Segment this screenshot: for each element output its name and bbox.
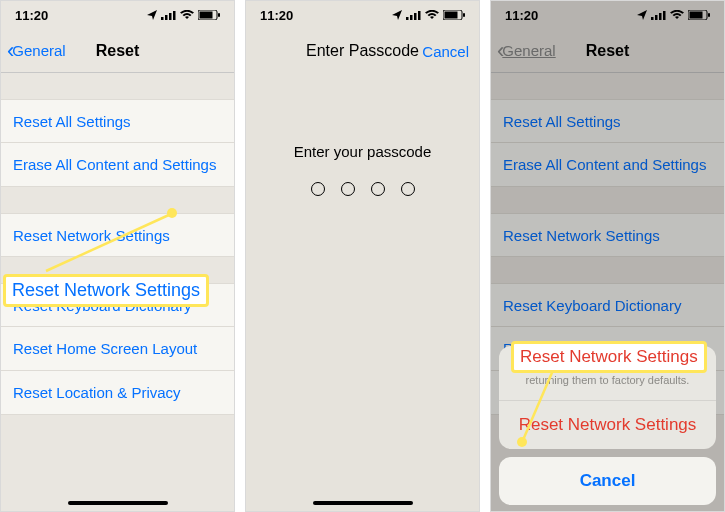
status-icons — [147, 10, 220, 20]
row-label: Reset Network Settings — [503, 227, 660, 244]
svg-rect-20 — [690, 12, 703, 19]
passcode-dot — [341, 182, 355, 196]
home-indicator[interactable] — [68, 501, 168, 505]
status-time: 11:20 — [260, 8, 293, 23]
nav-bar: ‹ General Reset — [491, 29, 724, 73]
wifi-icon — [180, 10, 194, 20]
passcode-dot — [371, 182, 385, 196]
wifi-icon — [425, 10, 439, 20]
cancel-button[interactable]: Cancel — [422, 43, 469, 60]
svg-rect-6 — [218, 13, 220, 17]
row-label: Erase All Content and Settings — [13, 156, 216, 173]
row-label: Reset Home Screen Layout — [13, 340, 197, 357]
svg-rect-16 — [655, 15, 658, 20]
status-bar: 11:20 — [246, 1, 479, 29]
row-label: Erase All Content and Settings — [503, 156, 706, 173]
location-icon — [637, 10, 647, 20]
svg-rect-10 — [414, 13, 417, 20]
battery-icon — [688, 10, 710, 20]
passcode-dot — [401, 182, 415, 196]
home-indicator[interactable] — [313, 501, 413, 505]
svg-rect-0 — [161, 17, 164, 20]
annotation-marker — [167, 208, 177, 218]
signal-icon — [651, 10, 666, 20]
back-label: General — [502, 42, 555, 59]
passcode-dots[interactable] — [246, 182, 479, 196]
passcode-area: Enter your passcode — [246, 143, 479, 196]
list-group-1: Reset All Settings Erase All Content and… — [1, 99, 234, 187]
screen-reset-confirm: 11:20 ‹ General Reset Reset All Settings… — [490, 0, 725, 512]
svg-rect-11 — [418, 11, 421, 20]
status-time: 11:20 — [15, 8, 48, 23]
svg-rect-2 — [169, 13, 172, 20]
annotation-marker — [517, 437, 527, 447]
reset-keyboard-dictionary-button: Reset Keyboard Dictionary — [491, 283, 724, 327]
battery-icon — [198, 10, 220, 20]
svg-rect-15 — [651, 17, 654, 20]
row-label: Reset Network Settings — [13, 227, 170, 244]
reset-all-settings-button: Reset All Settings — [491, 99, 724, 143]
erase-all-button: Erase All Content and Settings — [491, 143, 724, 187]
back-button[interactable]: ‹ General — [7, 40, 66, 62]
list-group-2: Reset Network Settings — [491, 213, 724, 257]
page-title: Enter Passcode — [306, 42, 419, 60]
row-label: Reset Keyboard Dictionary — [503, 297, 681, 314]
list-group-2: Reset Network Settings — [1, 213, 234, 257]
status-time: 11:20 — [505, 8, 538, 23]
reset-network-settings-button[interactable]: Reset Network Settings — [1, 213, 234, 257]
back-label: General — [12, 42, 65, 59]
svg-rect-17 — [659, 13, 662, 20]
svg-rect-9 — [410, 15, 413, 20]
annotation-callout: Reset Network Settings — [3, 274, 209, 307]
erase-all-button[interactable]: Erase All Content and Settings — [1, 143, 234, 187]
row-label: Reset Location & Privacy — [13, 384, 181, 401]
row-label: Reset All Settings — [13, 113, 131, 130]
nav-bar: Enter Passcode Cancel — [246, 29, 479, 73]
back-button: ‹ General — [497, 40, 556, 62]
page-title: Reset — [586, 42, 630, 60]
wifi-icon — [670, 10, 684, 20]
svg-rect-18 — [663, 11, 666, 20]
annotation-callout: Reset Network Settings — [511, 341, 707, 373]
svg-rect-13 — [445, 12, 458, 19]
svg-rect-14 — [463, 13, 465, 17]
list-group-1: Reset All Settings Erase All Content and… — [491, 99, 724, 187]
signal-icon — [406, 10, 421, 20]
svg-rect-1 — [165, 15, 168, 20]
nav-bar: ‹ General Reset — [1, 29, 234, 73]
action-sheet-cancel-button[interactable]: Cancel — [499, 457, 716, 505]
passcode-prompt: Enter your passcode — [246, 143, 479, 160]
status-bar: 11:20 — [491, 1, 724, 29]
passcode-dot — [311, 182, 325, 196]
battery-icon — [443, 10, 465, 20]
signal-icon — [161, 10, 176, 20]
status-icons — [637, 10, 710, 20]
svg-rect-3 — [173, 11, 176, 20]
location-icon — [392, 10, 402, 20]
svg-rect-5 — [200, 12, 213, 19]
location-icon — [147, 10, 157, 20]
reset-all-settings-button[interactable]: Reset All Settings — [1, 99, 234, 143]
svg-rect-8 — [406, 17, 409, 20]
screen-reset-settings: 11:20 ‹ General Reset Reset All Settings… — [0, 0, 235, 512]
reset-network-settings-button: Reset Network Settings — [491, 213, 724, 257]
screen-enter-passcode: 11:20 Enter Passcode Cancel Enter your p… — [245, 0, 480, 512]
reset-location-privacy-button[interactable]: Reset Location & Privacy — [1, 371, 234, 415]
svg-rect-21 — [708, 13, 710, 17]
status-bar: 11:20 — [1, 1, 234, 29]
row-label: Reset All Settings — [503, 113, 621, 130]
status-icons — [392, 10, 465, 20]
reset-home-screen-button[interactable]: Reset Home Screen Layout — [1, 327, 234, 371]
confirm-reset-network-button[interactable]: Reset Network Settings — [499, 401, 716, 449]
page-title: Reset — [96, 42, 140, 60]
